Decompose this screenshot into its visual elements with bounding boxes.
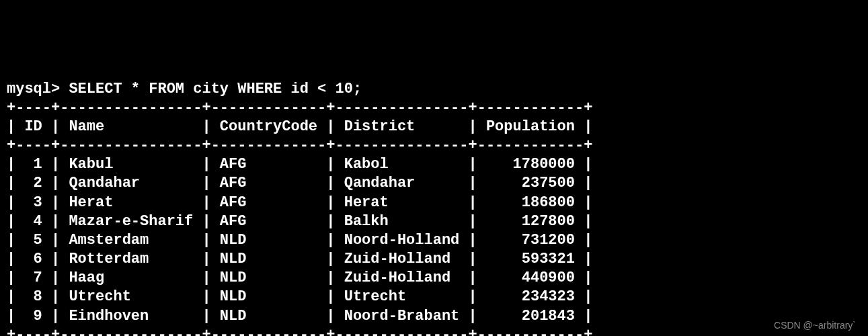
table-row: | 2 | Qandahar | AFG | Qandahar | 237500… [7,175,592,192]
mysql-prompt: mysql> [7,81,69,97]
table-row: | 9 | Eindhoven | NLD | Noord-Brabant | … [7,308,592,325]
terminal-output: mysql> SELECT * FROM city WHERE id < 10;… [7,80,861,336]
table-border-bottom: +----+----------------+-------------+---… [7,327,592,336]
watermark: CSDN @~arbitrary` [774,320,856,332]
table-border-mid: +----+----------------+-------------+---… [7,137,592,154]
table-row: | 3 | Herat | AFG | Herat | 186800 | [7,194,592,211]
table-row: | 4 | Mazar-e-Sharif | AFG | Balkh | 127… [7,213,592,230]
sql-query: SELECT * FROM city WHERE id < 10; [69,81,362,97]
table-header: | ID | Name | CountryCode | District | P… [7,118,592,135]
table-row: | 8 | Utrecht | NLD | Utrecht | 234323 | [7,288,592,305]
table-row: | 5 | Amsterdam | NLD | Noord-Holland | … [7,232,592,249]
table-border-top: +----+----------------+-------------+---… [7,99,592,116]
table-row: | 1 | Kabul | AFG | Kabol | 1780000 | [7,156,592,173]
table-row: | 6 | Rotterdam | NLD | Zuid-Holland | 5… [7,251,592,267]
table-row: | 7 | Haag | NLD | Zuid-Holland | 440900… [7,269,592,286]
